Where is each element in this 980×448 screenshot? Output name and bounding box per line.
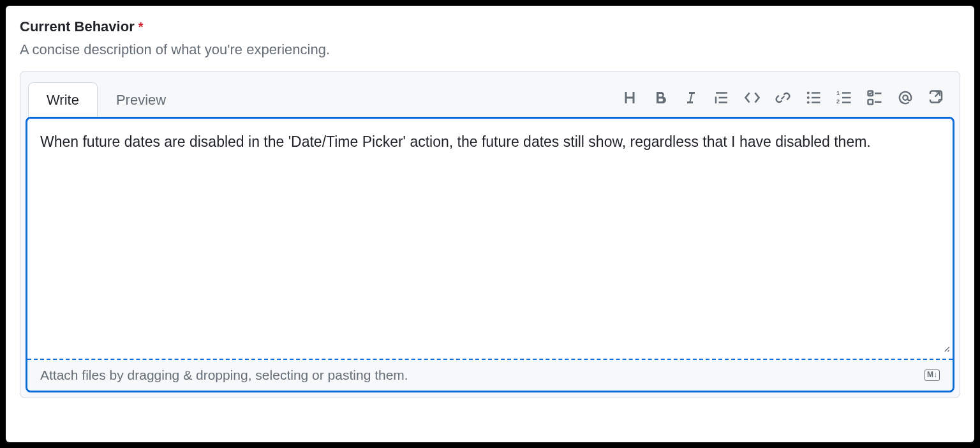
svg-point-2 [807, 101, 810, 103]
svg-rect-4 [812, 96, 820, 98]
svg-point-0 [807, 91, 810, 94]
field-description: A concise description of what you're exp… [20, 41, 960, 58]
task-list-icon[interactable] [865, 88, 884, 107]
cross-reference-icon[interactable] [926, 88, 946, 107]
editor-tab-row: Write Preview [20, 71, 960, 117]
svg-text:1: 1 [836, 90, 840, 96]
tab-write[interactable]: Write [28, 82, 98, 117]
form-field-container: Current Behavior * A concise description… [6, 6, 974, 442]
quote-icon[interactable] [712, 88, 731, 107]
unordered-list-icon[interactable] [804, 88, 823, 107]
tab-preview[interactable]: Preview [98, 82, 184, 117]
description-textarea[interactable] [27, 119, 953, 356]
svg-text:2: 2 [836, 98, 840, 105]
mention-icon[interactable] [896, 88, 915, 107]
svg-rect-12 [868, 100, 873, 105]
editor-tabs: Write Preview [28, 82, 184, 117]
attach-row[interactable]: Attach files by dragging & dropping, sel… [27, 360, 953, 391]
link-icon[interactable] [773, 88, 792, 107]
field-label: Current Behavior * [20, 19, 960, 35]
field-label-text: Current Behavior [20, 19, 135, 35]
formatting-toolbar: 12 [620, 88, 952, 107]
resize-handle-icon[interactable] [941, 343, 950, 352]
code-icon[interactable] [743, 88, 762, 107]
heading-icon[interactable] [620, 88, 639, 107]
markdown-editor: Write Preview [20, 71, 960, 398]
italic-icon[interactable] [681, 88, 701, 107]
svg-rect-3 [812, 92, 820, 93]
required-indicator: * [138, 20, 144, 34]
bold-icon[interactable] [651, 88, 670, 107]
editor-body: Attach files by dragging & dropping, sel… [26, 117, 954, 392]
markdown-supported-icon[interactable]: M↓ [924, 370, 940, 381]
svg-rect-10 [842, 101, 851, 103]
svg-point-1 [807, 96, 810, 99]
svg-rect-9 [842, 96, 851, 98]
svg-rect-5 [812, 101, 820, 103]
ordered-list-icon[interactable]: 12 [835, 88, 854, 107]
svg-rect-8 [842, 92, 851, 93]
attach-hint: Attach files by dragging & dropping, sel… [40, 368, 408, 383]
